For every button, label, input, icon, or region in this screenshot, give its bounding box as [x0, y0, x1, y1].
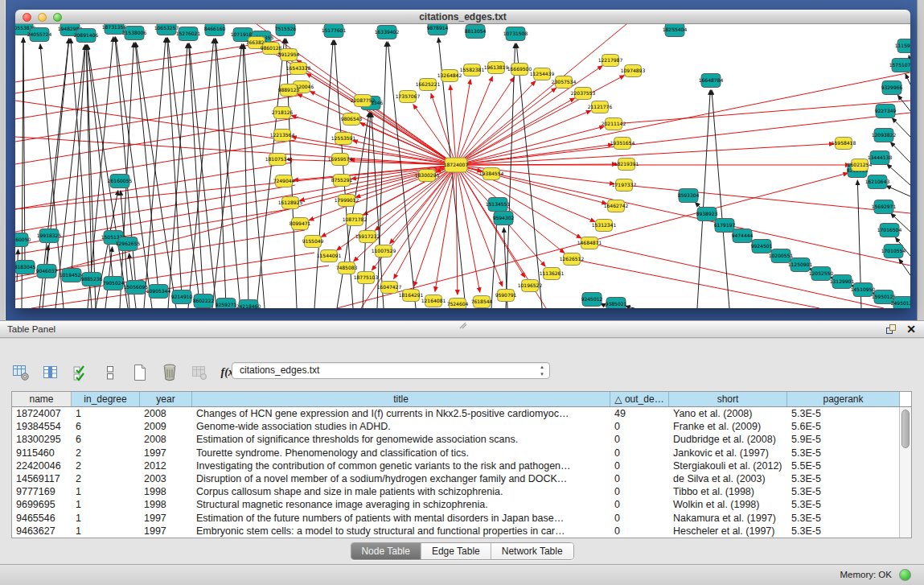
table-cell[interactable]: Structural magnetic resonance image aver… [192, 498, 610, 511]
float-panel-icon[interactable] [886, 324, 897, 335]
table-cell[interactable]: 1 [72, 485, 140, 498]
table-cell[interactable]: 5.3E-5 [787, 485, 900, 498]
table-scrollbar[interactable] [899, 407, 911, 538]
table-cell[interactable]: 0 [610, 485, 669, 498]
table-cell[interactable]: 6 [72, 433, 140, 446]
network-edge[interactable] [414, 165, 456, 286]
network-edge[interactable] [906, 74, 910, 84]
network-edge[interactable] [456, 24, 626, 165]
network-edge[interactable] [244, 44, 265, 308]
network-edge[interactable] [624, 185, 910, 213]
column-header-pagerank[interactable]: pagerank [787, 392, 900, 406]
table-cell[interactable]: Wolkin et al. (1998) [669, 498, 787, 511]
table-row[interactable]: 1872400712008Changes of HCN gene express… [12, 407, 911, 420]
table-row[interactable]: 977716911998Corpus callosum shape and si… [12, 485, 911, 498]
table-cell[interactable]: 1 [72, 525, 140, 538]
new-column-icon[interactable] [130, 363, 150, 382]
table-cell[interactable]: 0 [610, 433, 669, 446]
network-edge[interactable] [516, 43, 542, 308]
table-cell[interactable]: 2 [72, 472, 140, 485]
network-edge[interactable] [354, 165, 456, 262]
column-header-short[interactable]: short [669, 392, 787, 406]
table-cell[interactable]: 0 [610, 525, 669, 538]
column-header-title[interactable]: title [192, 392, 610, 406]
table-cell[interactable]: Corpus callosum shape and size in male p… [192, 485, 610, 498]
table-row[interactable]: 911546021997Tourette syndrome. Phenomeno… [12, 447, 911, 459]
network-edge[interactable] [456, 165, 503, 286]
table-cell[interactable]: 2012 [140, 459, 192, 472]
table-cell[interactable]: 2008 [140, 407, 192, 420]
network-edge[interactable] [456, 98, 575, 165]
table-cell[interactable]: Yano et al. (2008) [669, 407, 787, 420]
table-cell[interactable]: 2 [72, 459, 140, 472]
table-row[interactable]: 1938455462009Genome-wide association stu… [12, 420, 911, 433]
table-cell[interactable]: 9465546 [12, 512, 72, 525]
column-header-out_de[interactable]: △ out_de… [610, 392, 669, 406]
network-view-window[interactable]: citations_edges.txt 105538 [15, 10, 910, 308]
table-cell[interactable]: 5.3E-5 [787, 447, 900, 459]
table-cell[interactable]: 49 [610, 407, 669, 420]
network-edge[interactable] [456, 144, 834, 165]
table-cell[interactable]: Genome-wide association studies in ADHD. [192, 420, 610, 433]
table-cell[interactable]: 2 [72, 447, 140, 459]
table-cell[interactable]: Jankovic et al. (1997) [669, 447, 787, 459]
network-edge[interactable] [712, 90, 729, 308]
table-cell[interactable]: Dudbridge et al. (2008) [669, 433, 787, 446]
table-cell[interactable]: 5.3E-5 [787, 407, 900, 420]
column-header-in_degree[interactable]: in_degree [72, 392, 140, 406]
table-cell[interactable]: 1 [72, 512, 140, 525]
close-panel-icon[interactable]: ✕ [906, 323, 916, 335]
network-edge[interactable] [188, 39, 214, 308]
network-edge[interactable] [96, 191, 118, 308]
tab-network-table[interactable]: Network Table [491, 543, 573, 559]
network-edge[interactable] [886, 186, 910, 196]
table-cell[interactable]: de Silva et al. (2003) [669, 472, 787, 485]
network-edge[interactable] [15, 137, 456, 165]
table-cell[interactable]: 0 [610, 459, 669, 472]
network-edge[interactable] [285, 39, 297, 308]
table-cell[interactable]: 5.3E-5 [787, 472, 900, 485]
table-cell[interactable]: Tourette syndrome. Phenomenology and cla… [192, 447, 610, 459]
network-canvas[interactable]: 1055382924055724194829842089140618731356… [15, 24, 910, 308]
table-cell[interactable]: Estimation of the future numbers of pati… [192, 512, 610, 525]
table-cell[interactable]: 0 [610, 472, 669, 485]
network-edge[interactable] [887, 164, 910, 185]
table-cell[interactable]: 1 [72, 407, 140, 420]
table-cell[interactable]: 1998 [140, 498, 192, 511]
table-cell[interactable]: 5.5E-5 [787, 459, 900, 472]
table-cell[interactable]: 9777169 [12, 485, 72, 498]
network-edge[interactable] [897, 95, 910, 111]
table-cell[interactable]: 0 [610, 420, 669, 433]
network-edge[interactable] [697, 90, 710, 308]
table-cell[interactable]: 22420046 [12, 459, 72, 472]
network-edge[interactable] [243, 44, 248, 307]
table-row[interactable]: 946554611997Estimation of the future num… [12, 512, 911, 525]
network-edge[interactable] [614, 101, 910, 124]
table-cell[interactable]: Changes of HCN gene expression and I(f) … [192, 407, 610, 420]
network-edge[interactable] [450, 85, 456, 165]
network-edge[interactable] [899, 259, 910, 275]
table-row[interactable]: 2242004622012Investigating the contribut… [12, 459, 911, 472]
panel-drag-grip[interactable] [458, 322, 468, 329]
network-edge[interactable] [456, 165, 910, 266]
delete-column-icon[interactable] [160, 363, 179, 382]
column-header-year[interactable]: year [140, 392, 192, 406]
table-cell[interactable]: Estimation of significance thresholds fo… [192, 433, 610, 446]
table-cell[interactable]: 9699695 [12, 498, 72, 511]
table-row[interactable]: 946362711997Embryonic stem cells: a mode… [12, 525, 911, 538]
table-cell[interactable]: 5.9E-5 [787, 433, 900, 446]
network-edge[interactable] [890, 142, 910, 163]
tab-edge-table[interactable]: Edge Table [421, 543, 491, 559]
table-cell[interactable]: 0 [610, 512, 669, 525]
table-row[interactable]: 969969511998Structural magnetic resonanc… [12, 498, 911, 511]
network-edge[interactable] [15, 185, 295, 232]
delete-table-icon[interactable] [190, 363, 209, 382]
table-selector-dropdown[interactable]: citations_edges.txt ▲▼ [232, 362, 550, 379]
network-edge[interactable] [15, 72, 302, 119]
table-cell[interactable]: 6 [72, 420, 140, 433]
table-cell[interactable]: 14569117 [12, 472, 72, 485]
network-edge[interactable] [167, 38, 182, 297]
table-cell[interactable]: Stergiakouli et al. (2012) [669, 459, 787, 472]
network-edge[interactable] [456, 165, 581, 238]
table-cell[interactable]: Nakamura et al. (1997) [669, 512, 787, 525]
